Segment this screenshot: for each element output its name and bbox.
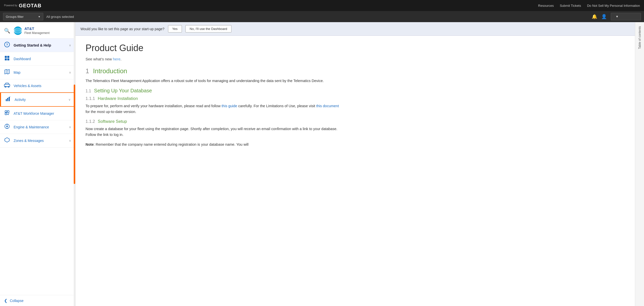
getting-started-chevron: ∨: [69, 44, 71, 47]
map-label: Map: [14, 70, 65, 74]
engine-icon: [4, 124, 10, 130]
getting-started-label: Getting Started & Help: [14, 43, 65, 47]
user-menu-dropdown[interactable]: ▼: [611, 13, 641, 20]
powered-by-text: Powered by: [4, 4, 17, 7]
submit-tickets-link[interactable]: Submit Tickets: [560, 4, 581, 8]
content-area: Would you like to set this page as your …: [75, 22, 644, 306]
collapse-label: Collapse: [10, 299, 23, 303]
section-1-1-title: Setting Up Your Database: [94, 88, 152, 93]
svg-rect-20: [7, 111, 9, 112]
engine-label: Engine & Maintenance: [14, 125, 65, 129]
att-workforce-icon: [4, 110, 10, 117]
geotab-logo: GEOTAB: [19, 3, 42, 9]
sidebar: 🔍 AT&T Fleet Management: [0, 22, 75, 306]
svg-point-14: [5, 86, 6, 88]
table-of-contents-sidebar[interactable]: Table of contents: [635, 36, 644, 306]
sidebar-header: 🔍 AT&T Fleet Management: [0, 22, 75, 39]
sidebar-item-map[interactable]: Map ∨: [0, 66, 75, 79]
svg-point-23: [6, 126, 8, 127]
groups-bar-actions: 🔔 👤 ▼: [592, 13, 641, 20]
vehicles-label: Vehicles & Assets: [14, 84, 71, 88]
section-1-num: 1: [86, 67, 89, 75]
startup-question: Would you like to set this page as your …: [80, 27, 165, 31]
main-layout: 🔍 AT&T Fleet Management: [0, 22, 644, 306]
zones-icon: [4, 137, 10, 144]
activity-label: Activity: [15, 98, 65, 102]
map-chevron: ∨: [69, 71, 71, 74]
this-document-link[interactable]: this document: [316, 104, 339, 108]
section-1-1-1-title: Hardware Installation: [98, 96, 138, 101]
section-1-1-2-heading: 1.1.2 Software Setup: [86, 119, 342, 124]
getting-started-icon: ?: [4, 42, 10, 49]
engine-chevron: ∨: [69, 125, 71, 129]
sidebar-item-att-workforce[interactable]: AT&T Workforce Manager: [0, 107, 75, 120]
section-1-1-num: 1.1: [86, 89, 91, 93]
sidebar-scrollbar[interactable]: [74, 22, 75, 306]
activity-icon: [5, 96, 11, 103]
brand-name: AT&T Fleet Management: [24, 26, 50, 35]
this-guide-link[interactable]: this guide: [222, 104, 237, 108]
resources-link[interactable]: Resources: [538, 4, 554, 8]
sidebar-item-dashboard[interactable]: Dashboard: [0, 52, 75, 66]
use-dashboard-button[interactable]: No, I'll use the Dashboard: [185, 25, 231, 32]
section-1-1-2-title: Software Setup: [98, 119, 127, 124]
svg-rect-6: [5, 56, 7, 58]
section-1-1-heading: 1.1 Setting Up Your Database: [86, 88, 342, 94]
dashboard-label: Dashboard: [14, 57, 71, 61]
yes-button[interactable]: Yes: [168, 25, 182, 32]
section-1-1-1-heading: 1.1.1 Hardware Installation: [86, 96, 342, 101]
product-guide-subtitle: See what's new here.: [86, 57, 342, 61]
section-1-heading: 1 Introduction: [86, 67, 342, 75]
section-1-1-2-note: Note: Remember that the company name ent…: [86, 142, 342, 147]
svg-rect-9: [7, 58, 9, 60]
map-icon: [4, 69, 10, 76]
section-1-title: Introduction: [93, 67, 127, 75]
section-1-body: The Telematics Fleet Management Applicat…: [86, 78, 342, 84]
toc-label[interactable]: Table of contents: [638, 36, 641, 49]
do-not-sell-link[interactable]: Do Not Sell My Personal Information: [587, 4, 640, 8]
here-link[interactable]: here: [113, 57, 120, 61]
sidebar-item-activity[interactable]: Activity ∨: [0, 92, 75, 107]
sidebar-collapse-button[interactable]: ❮ Collapse: [0, 295, 75, 306]
sidebar-item-engine[interactable]: Engine & Maintenance ∨: [0, 120, 75, 134]
svg-point-15: [8, 86, 9, 88]
svg-marker-10: [5, 69, 9, 74]
groups-filter-dropdown[interactable]: Groups filter ▼: [3, 13, 43, 20]
startup-bar: Would you like to set this page as your …: [75, 22, 644, 36]
groups-bar: Groups filter ▼ All groups selected 🔔 👤 …: [0, 11, 644, 22]
sidebar-scroll-thumb: [74, 85, 75, 184]
svg-rect-19: [5, 111, 7, 112]
svg-rect-8: [5, 58, 7, 60]
svg-rect-21: [5, 113, 7, 115]
groups-filter-label: Groups filter: [6, 15, 24, 19]
svg-text:?: ?: [6, 43, 8, 47]
product-guide-title: Product Guide: [86, 43, 342, 53]
svg-rect-7: [7, 56, 9, 58]
notification-bell-icon[interactable]: 🔔: [592, 14, 597, 19]
product-guide-body: Product Guide See what's new here. 1 Int…: [75, 36, 352, 162]
user-profile-icon[interactable]: 👤: [601, 14, 607, 19]
main-content-scroll[interactable]: Product Guide See what's new here. 1 Int…: [75, 36, 644, 306]
user-menu-arrow: ▼: [616, 15, 619, 18]
activity-chevron: ∨: [68, 98, 71, 101]
sidebar-item-zones[interactable]: Zones & Messages ∨: [0, 134, 75, 147]
att-logo-svg: [13, 26, 22, 35]
section-1-1-2-num: 1.1.2: [86, 119, 95, 124]
att-brand-text: AT&T: [24, 26, 50, 31]
main-content-wrapper: Product Guide See what's new here. 1 Int…: [75, 36, 644, 306]
vehicles-icon: [4, 83, 10, 89]
zones-chevron: ∨: [69, 139, 71, 142]
groups-selected-text: All groups selected: [46, 15, 74, 19]
zones-label: Zones & Messages: [14, 139, 65, 143]
search-icon[interactable]: 🔍: [4, 28, 10, 34]
collapse-icon: ❮: [4, 298, 7, 303]
section-1-1-1-num: 1.1.1: [86, 96, 95, 101]
section-1-1-1-body: To prepare for, perform and verify your …: [86, 103, 342, 115]
brand-logo: AT&T Fleet Management: [13, 26, 50, 35]
att-workforce-label: AT&T Workforce Manager: [14, 111, 71, 116]
groups-filter-chevron: ▼: [38, 15, 41, 18]
sidebar-item-getting-started[interactable]: ? Getting Started & Help ∨: [0, 39, 75, 52]
svg-marker-26: [5, 138, 9, 142]
logo-area: Powered by GEOTAB: [4, 3, 42, 9]
sidebar-item-vehicles[interactable]: Vehicles & Assets: [0, 79, 75, 92]
